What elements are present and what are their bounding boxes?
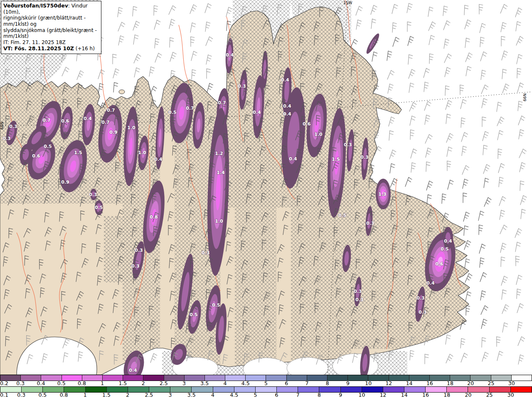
precip-value-label: 0.3	[9, 124, 17, 129]
legend: 0.20.30.40.50.811.522.533.544.5567891012…	[0, 375, 532, 398]
precip-value-label: 1.5	[332, 157, 340, 162]
legend-tick-label: 14	[406, 381, 413, 386]
legend-tick-label: 2	[126, 393, 129, 398]
precip-value-label: 0.5	[338, 213, 347, 218]
legend-tick-label: 2.5	[160, 381, 168, 386]
precip-value-label: 0.5	[168, 110, 177, 115]
legend-tick-label: 6	[275, 393, 278, 398]
legend-tick-label: 0.4	[37, 381, 45, 386]
title-line-3: slydda/snjókoma (grátt/bleikt/grænt - mm…	[3, 27, 99, 39]
legend-tick-label: 8	[326, 381, 329, 386]
precip-value-label: 0.3	[344, 142, 352, 147]
legend-cell	[287, 375, 307, 381]
legend-tick-label: 3.5	[187, 393, 196, 398]
valid-time: VT: Fös. 28.11.2025 10Z (+16 h)	[3, 45, 99, 52]
init-time: IT: Fim. 27. 11. 2025 18Z	[3, 39, 99, 46]
legend-cell	[256, 387, 277, 392]
legend-tick-label: 1	[84, 393, 87, 398]
precip-value-label: 0.5	[190, 312, 198, 317]
legend-tick-label: 16	[426, 381, 433, 386]
precip-value-label: 1.0	[314, 132, 323, 137]
precip-value-label: 0.3	[89, 192, 97, 197]
legend-tick-label: 6	[285, 381, 288, 386]
legend-tick-label: 0.2	[0, 381, 8, 386]
rain-scale-colorbar	[0, 386, 532, 393]
precip-value-label: 0.7	[101, 120, 110, 125]
precip-value-label: 0.3	[2, 136, 11, 141]
legend-tick-label: 16	[422, 393, 429, 398]
legend-tick-label: 4	[211, 393, 214, 398]
precip-value-label: 0.4	[289, 156, 297, 162]
legend-cell	[307, 375, 328, 381]
legend-tick-label: 0.3	[16, 381, 25, 386]
legend-tick-label: 4	[224, 381, 227, 386]
precip-value-label: 0.7	[186, 106, 194, 111]
precip-value-label: 0.7	[107, 108, 115, 113]
precip-value-label: 0.9	[109, 130, 118, 135]
legend-tick-label: 9	[346, 381, 350, 386]
precip-value-label: 1.3	[378, 192, 387, 197]
legend-tick-label: 30	[507, 393, 514, 398]
legend-tick-label: 0.5	[57, 381, 66, 386]
legend-tick-label: 0.3	[17, 393, 25, 398]
precip-value-label: 0.4	[281, 77, 289, 83]
precip-value-label: 0.4	[426, 280, 435, 286]
legend-tick-label: 12	[385, 381, 392, 386]
precip-value-label: 0.3	[416, 295, 425, 301]
legend-tick-label: 20	[467, 381, 474, 386]
precip-value-label: 0.6	[32, 153, 40, 159]
sleet-scale-labels: 0.20.30.40.50.811.522.533.544.5567891012…	[0, 381, 532, 386]
legend-tick-label: 4.5	[241, 381, 250, 386]
precip-value-label: 0.4	[129, 368, 137, 373]
precip-value-label: 0.6	[303, 121, 311, 127]
precip-value-label: 0.6	[435, 261, 443, 267]
precip-value-label: 0.3	[131, 263, 140, 269]
precip-value-label: 0.4	[253, 110, 261, 115]
legend-tick-label: 1.5	[102, 393, 111, 398]
precip-value-label: 0.4	[154, 157, 163, 162]
legend-tick-label: 12	[380, 393, 387, 398]
title-line-1: Veðurstofan/IS750dev: Vindur (10m),	[3, 2, 99, 15]
model-name: Veðurstofan/IS750dev	[3, 2, 68, 9]
rain-scale-labels: 0.10.30.50.811.522.533.544.5567891012141…	[0, 393, 532, 398]
legend-tick-label: 8	[318, 393, 321, 398]
precip-value-label: 1.4	[217, 170, 225, 175]
legend-tick-label: 0.8	[78, 381, 86, 386]
precip-value-label: 0.4	[283, 111, 291, 117]
legend-tick-label: 3	[169, 393, 172, 398]
legend-tick-label: 25	[486, 393, 493, 398]
precip-value-label: 0.4	[444, 238, 452, 244]
legend-tick-label: 20	[465, 393, 471, 398]
parallel-label-66n-left: 66N	[0, 122, 4, 130]
rain-scale: 0.10.30.50.811.522.533.544.5567891012141…	[0, 386, 532, 398]
precip-value-label: 0.4	[226, 52, 234, 58]
legend-cell	[328, 375, 348, 381]
legend-tick-label: 7	[296, 393, 300, 398]
precip-value-label: 0.4	[84, 116, 92, 121]
legend-tick-label: 0.8	[60, 393, 68, 398]
legend-tick-label: 3	[182, 381, 186, 386]
legend-tick-label: 10	[365, 381, 372, 386]
precip-value-label: 0.8	[150, 214, 158, 220]
legend-tick-label: 0.5	[38, 393, 47, 398]
precip-value-label: 0.6	[61, 118, 69, 124]
precip-value-label: 0.3	[354, 289, 362, 294]
legend-tick-label: 5	[254, 393, 257, 398]
legend-cell	[319, 387, 340, 392]
map-svg: 0.70.30.30.50.60.60.40.70.70.91.50.90.30…	[0, 0, 532, 375]
precip-value-label: 0.5	[212, 302, 220, 308]
legend-tick-label: 0.1	[0, 393, 8, 398]
legend-tick-label: 7	[305, 381, 308, 386]
precip-value-label: 0.7	[218, 100, 226, 106]
legend-tick-label: 4.5	[230, 393, 238, 398]
title-line-2: rigning/skúrir (grænt/blátt/rautt - mm/1…	[3, 15, 99, 27]
legend-tick-label: 18	[447, 381, 453, 386]
precip-value-label: 0.3	[366, 221, 374, 226]
legend-tick-label: 30	[508, 381, 515, 386]
legend-tick-label: 5	[264, 381, 268, 386]
precip-value-label: 1.0	[215, 219, 223, 224]
title-box: Veðurstofan/IS750dev: Vindur (10m), rign…	[1, 1, 101, 54]
precip-value-label: 0.5	[441, 246, 449, 252]
precip-value-label: 0.3	[360, 155, 369, 160]
legend-tick-label: 25	[488, 381, 495, 386]
